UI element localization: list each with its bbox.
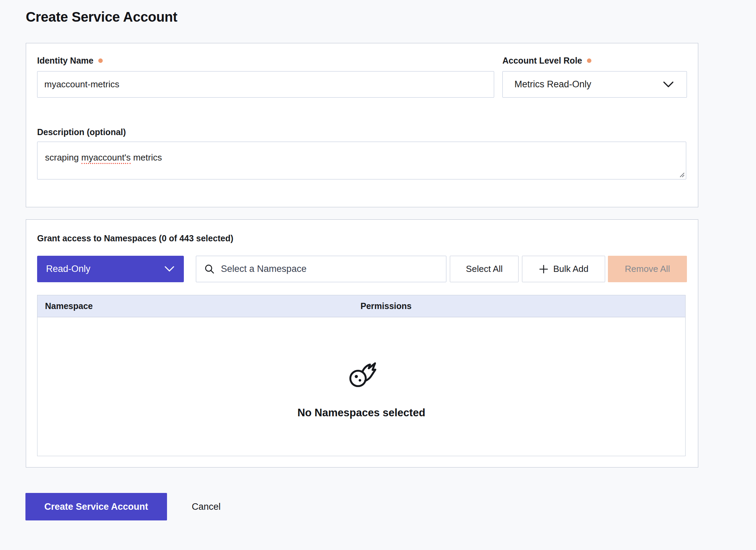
description-textarea[interactable]: scraping myaccount's metrics: [37, 142, 686, 179]
account-level-role-label: Account Level Role: [502, 56, 582, 66]
create-service-account-button[interactable]: Create Service Account: [25, 493, 167, 520]
namespace-toolbar: Read-Only Select All Bulk Add: [37, 256, 687, 282]
namespace-search-box[interactable]: [196, 256, 447, 282]
permissions-column-header: Permissions: [360, 301, 412, 311]
namespaces-table: Namespace Permissions No Namespaces sele…: [37, 295, 686, 456]
page-title: Create Service Account: [26, 9, 756, 24]
namespaces-table-body: No Namespaces selected: [37, 317, 685, 456]
chevron-down-icon: [663, 81, 674, 88]
textarea-resize-handle[interactable]: [679, 172, 685, 178]
namespaces-table-header: Namespace Permissions: [37, 295, 685, 317]
namespace-search-input[interactable]: [221, 264, 446, 274]
description-field: Description (optional) scraping myaccoun…: [37, 127, 687, 179]
identity-name-label: Identity Name: [37, 56, 93, 66]
description-label: Description (optional): [37, 127, 126, 137]
account-level-role-select[interactable]: Metrics Read-Only: [502, 71, 687, 98]
grant-access-heading: Grant access to Namespaces (0 of 443 sel…: [37, 233, 233, 243]
required-dot-icon: [587, 58, 591, 63]
permission-dropdown-value: Read-Only: [46, 264, 90, 274]
namespace-column-header: Namespace: [37, 301, 360, 311]
plus-icon: [539, 264, 548, 274]
description-text: scraping: [45, 152, 81, 163]
description-text: metrics: [131, 152, 162, 163]
identity-card: Identity Name Account Level Role Metrics…: [26, 43, 698, 207]
empty-state: No Namespaces selected: [37, 317, 685, 419]
create-service-account-page: Create Service Account Identity Name Acc…: [0, 0, 756, 520]
comet-icon: [346, 359, 377, 389]
identity-name-input[interactable]: [37, 71, 494, 98]
footer-actions: Create Service Account Cancel: [25, 493, 756, 520]
description-misspelled-word: myaccount's: [81, 152, 131, 164]
bulk-add-button[interactable]: Bulk Add: [522, 256, 605, 282]
account-level-role-value: Metrics Read-Only: [514, 79, 591, 90]
identity-form-row: Identity Name Account Level Role Metrics…: [37, 56, 687, 98]
search-icon: [204, 263, 215, 275]
required-dot-icon: [98, 58, 103, 63]
namespaces-card: Grant access to Namespaces (0 of 443 sel…: [26, 219, 698, 468]
select-all-button[interactable]: Select All: [450, 256, 519, 282]
chevron-down-icon: [165, 266, 174, 272]
empty-state-text: No Namespaces selected: [37, 407, 685, 419]
remove-all-button[interactable]: Remove All: [608, 256, 687, 282]
account-level-role-field: Account Level Role Metrics Read-Only: [502, 56, 687, 98]
permission-dropdown[interactable]: Read-Only: [37, 256, 184, 282]
cancel-button[interactable]: Cancel: [188, 493, 224, 520]
identity-name-field: Identity Name: [37, 56, 494, 98]
bulk-add-label: Bulk Add: [553, 264, 589, 274]
